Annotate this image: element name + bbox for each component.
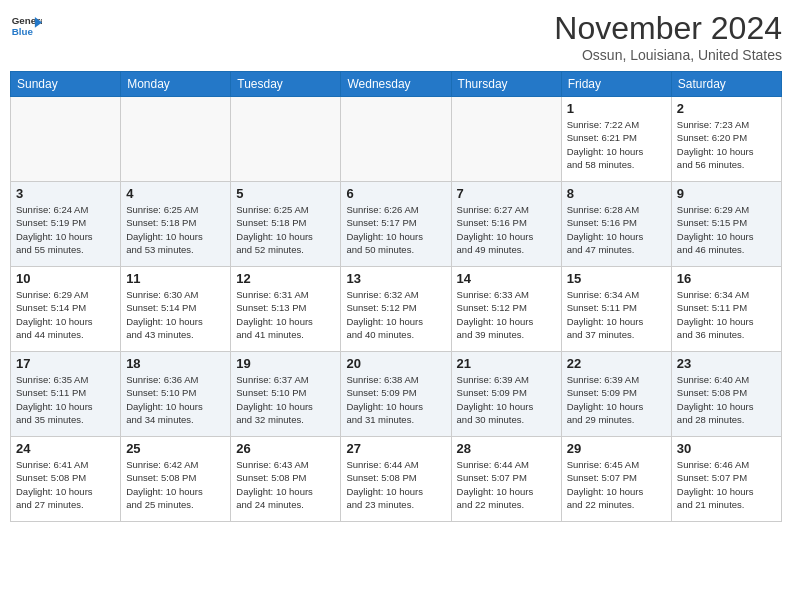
day-info: Sunrise: 6:39 AMSunset: 5:09 PMDaylight:… bbox=[567, 373, 666, 426]
day-cell: 30Sunrise: 6:46 AMSunset: 5:07 PMDayligh… bbox=[671, 437, 781, 522]
day-info: Sunrise: 6:35 AMSunset: 5:11 PMDaylight:… bbox=[16, 373, 115, 426]
day-number: 20 bbox=[346, 356, 445, 371]
week-row-4: 17Sunrise: 6:35 AMSunset: 5:11 PMDayligh… bbox=[11, 352, 782, 437]
day-info: Sunrise: 6:38 AMSunset: 5:09 PMDaylight:… bbox=[346, 373, 445, 426]
day-cell: 23Sunrise: 6:40 AMSunset: 5:08 PMDayligh… bbox=[671, 352, 781, 437]
day-number: 25 bbox=[126, 441, 225, 456]
day-number: 10 bbox=[16, 271, 115, 286]
day-info: Sunrise: 7:22 AMSunset: 6:21 PMDaylight:… bbox=[567, 118, 666, 171]
day-cell: 27Sunrise: 6:44 AMSunset: 5:08 PMDayligh… bbox=[341, 437, 451, 522]
day-cell: 6Sunrise: 6:26 AMSunset: 5:17 PMDaylight… bbox=[341, 182, 451, 267]
day-info: Sunrise: 6:28 AMSunset: 5:16 PMDaylight:… bbox=[567, 203, 666, 256]
day-info: Sunrise: 6:33 AMSunset: 5:12 PMDaylight:… bbox=[457, 288, 556, 341]
day-number: 6 bbox=[346, 186, 445, 201]
day-cell: 12Sunrise: 6:31 AMSunset: 5:13 PMDayligh… bbox=[231, 267, 341, 352]
day-info: Sunrise: 6:25 AMSunset: 5:18 PMDaylight:… bbox=[126, 203, 225, 256]
day-info: Sunrise: 6:29 AMSunset: 5:15 PMDaylight:… bbox=[677, 203, 776, 256]
week-row-1: 1Sunrise: 7:22 AMSunset: 6:21 PMDaylight… bbox=[11, 97, 782, 182]
day-number: 5 bbox=[236, 186, 335, 201]
calendar-table: SundayMondayTuesdayWednesdayThursdayFrid… bbox=[10, 71, 782, 522]
day-number: 9 bbox=[677, 186, 776, 201]
weekday-header-thursday: Thursday bbox=[451, 72, 561, 97]
day-cell bbox=[451, 97, 561, 182]
day-number: 11 bbox=[126, 271, 225, 286]
day-info: Sunrise: 6:34 AMSunset: 5:11 PMDaylight:… bbox=[677, 288, 776, 341]
day-info: Sunrise: 6:46 AMSunset: 5:07 PMDaylight:… bbox=[677, 458, 776, 511]
month-title: November 2024 bbox=[554, 10, 782, 47]
day-cell: 8Sunrise: 6:28 AMSunset: 5:16 PMDaylight… bbox=[561, 182, 671, 267]
day-cell: 16Sunrise: 6:34 AMSunset: 5:11 PMDayligh… bbox=[671, 267, 781, 352]
page-header: General Blue General Blue November 2024 … bbox=[10, 10, 782, 63]
title-block: November 2024 Ossun, Louisiana, United S… bbox=[554, 10, 782, 63]
day-number: 17 bbox=[16, 356, 115, 371]
day-cell: 28Sunrise: 6:44 AMSunset: 5:07 PMDayligh… bbox=[451, 437, 561, 522]
day-cell: 10Sunrise: 6:29 AMSunset: 5:14 PMDayligh… bbox=[11, 267, 121, 352]
day-cell: 5Sunrise: 6:25 AMSunset: 5:18 PMDaylight… bbox=[231, 182, 341, 267]
day-cell: 20Sunrise: 6:38 AMSunset: 5:09 PMDayligh… bbox=[341, 352, 451, 437]
weekday-header-row: SundayMondayTuesdayWednesdayThursdayFrid… bbox=[11, 72, 782, 97]
day-number: 4 bbox=[126, 186, 225, 201]
logo-icon: General Blue bbox=[10, 10, 42, 42]
day-cell: 2Sunrise: 7:23 AMSunset: 6:20 PMDaylight… bbox=[671, 97, 781, 182]
day-info: Sunrise: 6:43 AMSunset: 5:08 PMDaylight:… bbox=[236, 458, 335, 511]
day-cell: 3Sunrise: 6:24 AMSunset: 5:19 PMDaylight… bbox=[11, 182, 121, 267]
day-number: 7 bbox=[457, 186, 556, 201]
week-row-5: 24Sunrise: 6:41 AMSunset: 5:08 PMDayligh… bbox=[11, 437, 782, 522]
day-info: Sunrise: 6:39 AMSunset: 5:09 PMDaylight:… bbox=[457, 373, 556, 426]
day-cell bbox=[231, 97, 341, 182]
day-cell: 18Sunrise: 6:36 AMSunset: 5:10 PMDayligh… bbox=[121, 352, 231, 437]
day-info: Sunrise: 6:36 AMSunset: 5:10 PMDaylight:… bbox=[126, 373, 225, 426]
day-info: Sunrise: 6:42 AMSunset: 5:08 PMDaylight:… bbox=[126, 458, 225, 511]
week-row-3: 10Sunrise: 6:29 AMSunset: 5:14 PMDayligh… bbox=[11, 267, 782, 352]
day-cell: 25Sunrise: 6:42 AMSunset: 5:08 PMDayligh… bbox=[121, 437, 231, 522]
svg-text:Blue: Blue bbox=[12, 26, 34, 37]
day-cell: 11Sunrise: 6:30 AMSunset: 5:14 PMDayligh… bbox=[121, 267, 231, 352]
day-number: 29 bbox=[567, 441, 666, 456]
day-cell bbox=[121, 97, 231, 182]
day-number: 30 bbox=[677, 441, 776, 456]
day-cell: 21Sunrise: 6:39 AMSunset: 5:09 PMDayligh… bbox=[451, 352, 561, 437]
day-info: Sunrise: 6:31 AMSunset: 5:13 PMDaylight:… bbox=[236, 288, 335, 341]
day-number: 19 bbox=[236, 356, 335, 371]
day-info: Sunrise: 6:41 AMSunset: 5:08 PMDaylight:… bbox=[16, 458, 115, 511]
day-number: 3 bbox=[16, 186, 115, 201]
day-info: Sunrise: 6:44 AMSunset: 5:07 PMDaylight:… bbox=[457, 458, 556, 511]
day-info: Sunrise: 6:30 AMSunset: 5:14 PMDaylight:… bbox=[126, 288, 225, 341]
day-info: Sunrise: 7:23 AMSunset: 6:20 PMDaylight:… bbox=[677, 118, 776, 171]
day-number: 28 bbox=[457, 441, 556, 456]
day-info: Sunrise: 6:32 AMSunset: 5:12 PMDaylight:… bbox=[346, 288, 445, 341]
weekday-header-tuesday: Tuesday bbox=[231, 72, 341, 97]
day-cell: 9Sunrise: 6:29 AMSunset: 5:15 PMDaylight… bbox=[671, 182, 781, 267]
day-info: Sunrise: 6:27 AMSunset: 5:16 PMDaylight:… bbox=[457, 203, 556, 256]
day-number: 22 bbox=[567, 356, 666, 371]
day-number: 12 bbox=[236, 271, 335, 286]
day-info: Sunrise: 6:37 AMSunset: 5:10 PMDaylight:… bbox=[236, 373, 335, 426]
day-info: Sunrise: 6:29 AMSunset: 5:14 PMDaylight:… bbox=[16, 288, 115, 341]
day-info: Sunrise: 6:34 AMSunset: 5:11 PMDaylight:… bbox=[567, 288, 666, 341]
weekday-header-saturday: Saturday bbox=[671, 72, 781, 97]
day-cell: 4Sunrise: 6:25 AMSunset: 5:18 PMDaylight… bbox=[121, 182, 231, 267]
day-cell: 29Sunrise: 6:45 AMSunset: 5:07 PMDayligh… bbox=[561, 437, 671, 522]
day-number: 21 bbox=[457, 356, 556, 371]
day-number: 1 bbox=[567, 101, 666, 116]
day-cell: 24Sunrise: 6:41 AMSunset: 5:08 PMDayligh… bbox=[11, 437, 121, 522]
day-number: 8 bbox=[567, 186, 666, 201]
day-number: 2 bbox=[677, 101, 776, 116]
day-number: 16 bbox=[677, 271, 776, 286]
weekday-header-sunday: Sunday bbox=[11, 72, 121, 97]
day-cell: 26Sunrise: 6:43 AMSunset: 5:08 PMDayligh… bbox=[231, 437, 341, 522]
day-cell: 17Sunrise: 6:35 AMSunset: 5:11 PMDayligh… bbox=[11, 352, 121, 437]
day-info: Sunrise: 6:44 AMSunset: 5:08 PMDaylight:… bbox=[346, 458, 445, 511]
week-row-2: 3Sunrise: 6:24 AMSunset: 5:19 PMDaylight… bbox=[11, 182, 782, 267]
day-cell: 13Sunrise: 6:32 AMSunset: 5:12 PMDayligh… bbox=[341, 267, 451, 352]
day-number: 27 bbox=[346, 441, 445, 456]
day-cell: 19Sunrise: 6:37 AMSunset: 5:10 PMDayligh… bbox=[231, 352, 341, 437]
day-info: Sunrise: 6:25 AMSunset: 5:18 PMDaylight:… bbox=[236, 203, 335, 256]
day-info: Sunrise: 6:24 AMSunset: 5:19 PMDaylight:… bbox=[16, 203, 115, 256]
day-cell: 22Sunrise: 6:39 AMSunset: 5:09 PMDayligh… bbox=[561, 352, 671, 437]
day-number: 13 bbox=[346, 271, 445, 286]
day-number: 15 bbox=[567, 271, 666, 286]
day-cell: 14Sunrise: 6:33 AMSunset: 5:12 PMDayligh… bbox=[451, 267, 561, 352]
day-number: 14 bbox=[457, 271, 556, 286]
day-cell: 15Sunrise: 6:34 AMSunset: 5:11 PMDayligh… bbox=[561, 267, 671, 352]
